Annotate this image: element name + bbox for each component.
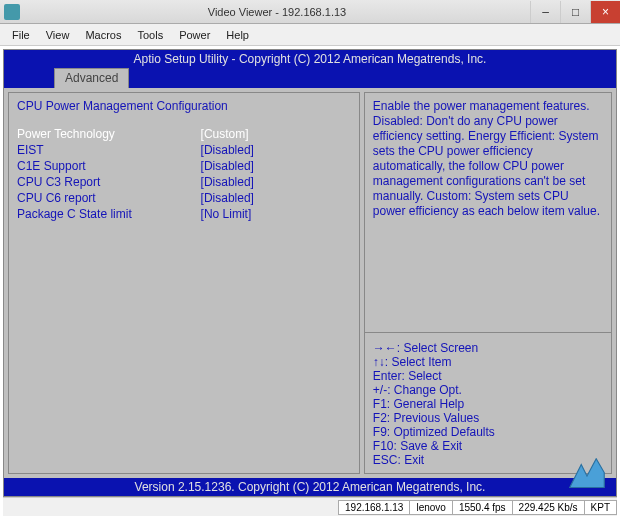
bios-right-panel: Enable the power management features. Di… <box>364 92 612 474</box>
option-label: CPU C3 Report <box>17 175 201 189</box>
bios-screen: Aptio Setup Utility - Copyright (C) 2012… <box>3 49 617 497</box>
key-hint: +/-: Change Opt. <box>373 383 603 397</box>
status-kbps: 229.425 Kb/s <box>512 500 585 515</box>
option-power-technology[interactable]: Power Technology[Custom] <box>17 127 351 141</box>
option-package-c-state-limit[interactable]: Package C State limit[No Limit] <box>17 207 351 221</box>
close-button[interactable]: × <box>590 1 620 23</box>
key-hint: →←: Select Screen <box>373 341 603 355</box>
menu-power[interactable]: Power <box>171 27 218 43</box>
key-hint: ↑↓: Select Item <box>373 355 603 369</box>
minimize-button[interactable]: – <box>530 1 560 23</box>
option-value: [Disabled] <box>201 159 351 173</box>
bios-footer: Version 2.15.1236. Copyright (C) 2012 Am… <box>4 478 616 496</box>
help-divider <box>365 332 611 333</box>
maximize-button[interactable]: □ <box>560 1 590 23</box>
option-value: [Disabled] <box>201 143 351 157</box>
bios-header: Aptio Setup Utility - Copyright (C) 2012… <box>4 50 616 68</box>
option-cpu-c6-report[interactable]: CPU C6 report[Disabled] <box>17 191 351 205</box>
tab-advanced[interactable]: Advanced <box>54 68 129 88</box>
section-title: CPU Power Management Configuration <box>17 99 351 113</box>
menu-file[interactable]: File <box>4 27 38 43</box>
window-controls: – □ × <box>530 1 620 23</box>
window-titlebar: Video Viewer - 192.168.1.13 – □ × <box>0 0 620 24</box>
key-hint: F1: General Help <box>373 397 603 411</box>
window-title: Video Viewer - 192.168.1.13 <box>24 6 530 18</box>
app-icon <box>4 4 20 20</box>
option-label: CPU C6 report <box>17 191 201 205</box>
key-hint: F10: Save & Exit <box>373 439 603 453</box>
option-label: Power Technology <box>17 127 201 141</box>
option-cpu-c3-report[interactable]: CPU C3 Report[Disabled] <box>17 175 351 189</box>
status-kpt: KPT <box>584 500 617 515</box>
help-text: Enable the power management features. Di… <box>373 99 603 219</box>
menubar: File View Macros Tools Power Help <box>0 24 620 46</box>
option-label: EIST <box>17 143 201 157</box>
option-label: Package C State limit <box>17 207 201 221</box>
option-value: [Disabled] <box>201 191 351 205</box>
bios-left-panel: CPU Power Management Configuration Power… <box>8 92 360 474</box>
option-value: [Disabled] <box>201 175 351 189</box>
menu-help[interactable]: Help <box>218 27 257 43</box>
menu-tools[interactable]: Tools <box>129 27 171 43</box>
option-eist[interactable]: EIST[Disabled] <box>17 143 351 157</box>
menu-macros[interactable]: Macros <box>77 27 129 43</box>
bios-tab-row: Advanced <box>4 68 616 88</box>
option-c1e-support[interactable]: C1E Support[Disabled] <box>17 159 351 173</box>
option-value: [Custom] <box>201 127 351 141</box>
key-hint: F2: Previous Values <box>373 411 603 425</box>
option-label: C1E Support <box>17 159 201 173</box>
menu-view[interactable]: View <box>38 27 78 43</box>
key-hint: F9: Optimized Defaults <box>373 425 603 439</box>
status-fps: 1550.4 fps <box>452 500 513 515</box>
bios-body: CPU Power Management Configuration Power… <box>4 88 616 478</box>
key-hint: Enter: Select <box>373 369 603 383</box>
option-value: [No Limit] <box>201 207 351 221</box>
statusbar: 192.168.1.13 lenovo 1550.4 fps 229.425 K… <box>3 497 617 516</box>
status-host: lenovo <box>409 500 452 515</box>
status-ip: 192.168.1.13 <box>338 500 410 515</box>
key-hint: ESC: Exit <box>373 453 603 467</box>
